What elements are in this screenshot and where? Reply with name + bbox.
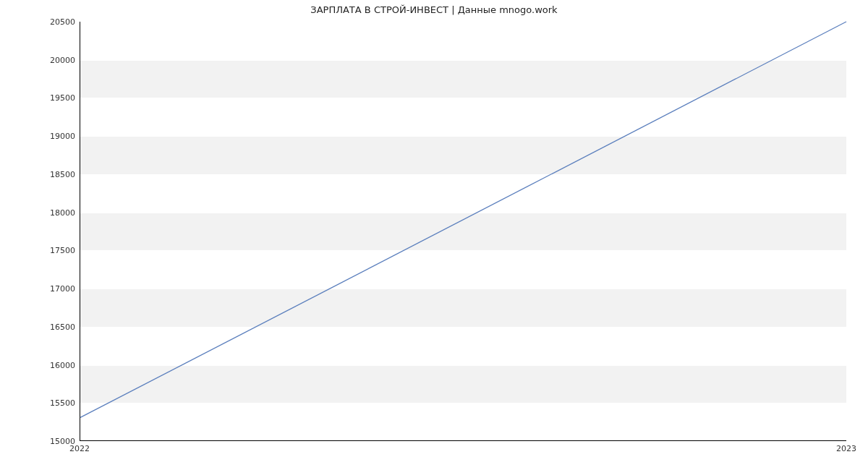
y-tick-label: 15500	[32, 398, 75, 408]
y-tick-label: 16000	[32, 360, 75, 369]
plot-area	[80, 22, 846, 441]
y-tick-label: 18000	[32, 208, 75, 217]
chart-title: ЗАРПЛАТА В СТРОЙ-ИНВЕСТ | Данные mnogo.w…	[0, 4, 868, 15]
gridline-y	[80, 441, 846, 442]
line-layer	[80, 22, 846, 440]
x-tick-label: 2023	[836, 444, 856, 453]
y-tick-label: 19500	[32, 93, 75, 103]
x-tick-label: 2022	[69, 444, 90, 453]
y-tick-label: 18500	[32, 169, 75, 179]
y-tick-label: 16500	[32, 322, 75, 331]
chart-container: ЗАРПЛАТА В СТРОЙ-ИНВЕСТ | Данные mnogo.w…	[0, 0, 868, 470]
y-tick-label: 17500	[32, 246, 75, 255]
y-tick-label: 17000	[32, 284, 75, 294]
y-tick-label: 15000	[32, 437, 75, 446]
series-line-salary	[80, 22, 846, 417]
y-tick-label: 19000	[32, 132, 75, 141]
y-tick-label: 20500	[32, 17, 75, 27]
y-tick-label: 20000	[32, 55, 75, 64]
